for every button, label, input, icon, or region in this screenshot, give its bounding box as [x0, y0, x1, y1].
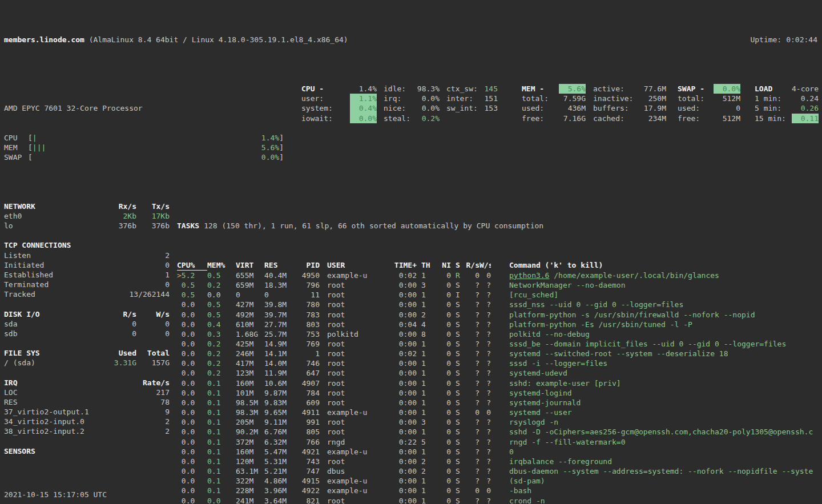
- cell-command: platform-python -Es /usr/sbin/tuned -l -…: [491, 320, 822, 329]
- cell-user: example-u: [320, 408, 388, 417]
- summary-stat: free:512M: [678, 114, 740, 123]
- cell-status: S: [451, 408, 464, 417]
- cell-mem: 0.1: [207, 388, 236, 398]
- cell-thr: 5: [417, 437, 430, 447]
- cell-mem: 0.1: [207, 437, 236, 447]
- gauge-percent: 5.6%: [261, 143, 279, 152]
- cell-mem: 0.1: [207, 457, 236, 466]
- item-label: sdb: [4, 329, 103, 338]
- cell-status: S: [451, 476, 464, 486]
- cell-thr: 3: [417, 280, 430, 290]
- cell-time: 0:00: [388, 300, 417, 309]
- summary-panel: AMD EPYC 7601 32-Core Processor CPU[|1.4…: [0, 84, 822, 162]
- cell-virt: 241M: [236, 496, 264, 504]
- item-value: 0: [103, 329, 136, 338]
- cell-status: S: [451, 320, 464, 329]
- cell-command: rngd -f --fill-watermark=0: [491, 437, 822, 447]
- cell-command: systemd --user: [491, 408, 822, 417]
- cell-ni: 0: [430, 368, 451, 378]
- hostname: members.linode.com: [4, 35, 84, 44]
- cell-write-rate: ?: [480, 290, 491, 300]
- cpu-value: 0.5: [182, 291, 195, 299]
- header-virt: VIRT: [236, 260, 264, 271]
- cell-mem: 0.1: [207, 427, 236, 437]
- process-row: 0.00.1101M9.87M784root0:0010S??systemd-l…: [177, 388, 822, 398]
- cell-thr: 2: [417, 457, 430, 466]
- cell-pid: 746: [299, 358, 320, 368]
- cpu-value: 0.0: [182, 389, 195, 397]
- selection-arrow: [177, 428, 182, 436]
- cell-time: 0:00: [388, 280, 417, 290]
- cell-res: 9.11M: [264, 417, 299, 427]
- cell-ni: 0: [430, 349, 451, 358]
- cell-status: S: [451, 300, 464, 309]
- cell-virt: 90.2M: [236, 427, 264, 437]
- cell-cpu: 0.0: [177, 378, 207, 388]
- section-title: DISK I/O: [4, 309, 103, 319]
- cell-res: 14.0M: [264, 358, 299, 368]
- cell-cpu: 0.0: [177, 427, 207, 437]
- summary-stat: iowait:0.0%: [301, 114, 377, 123]
- summary-stat: total:512M: [678, 94, 740, 103]
- cell-write-rate: ?: [480, 368, 491, 378]
- item-value: 1: [103, 270, 170, 280]
- item-label: Listen: [4, 251, 103, 260]
- gauge-bars: |||: [33, 143, 46, 152]
- cell-ni: 0: [430, 457, 451, 466]
- summary-stat: CPU -1.4%: [301, 84, 377, 94]
- cell-ni: 0: [430, 486, 451, 495]
- cell-res: 14.1M: [264, 349, 299, 358]
- cell-pid: 805: [299, 427, 320, 437]
- cell-read-rate: ?: [464, 310, 480, 320]
- summary-stat: 1 min:0.24: [755, 94, 819, 103]
- cell-status: S: [451, 466, 464, 476]
- header-ws: W/s: [480, 260, 491, 271]
- glances-terminal: members.linode.com (AlmaLinux 8.4 64bit …: [0, 0, 822, 504]
- cpu-value: 0.0: [182, 457, 195, 466]
- cell-user: root: [320, 388, 388, 398]
- cell-write-rate: ?: [480, 457, 491, 466]
- cell-status: S: [451, 437, 464, 447]
- cell-write-rate: ?: [480, 358, 491, 368]
- summary-stat: sw_int:153: [446, 103, 498, 113]
- selection-arrow: [177, 291, 182, 299]
- cell-pid: 4921: [299, 447, 320, 457]
- header-time: TIME+: [388, 260, 417, 271]
- cell-res: 9.83M: [264, 398, 299, 408]
- cell-res: 39.8M: [264, 300, 299, 309]
- item-label: 37_virtio2-output.1: [4, 407, 103, 417]
- gauge-label: MEM: [4, 143, 28, 152]
- cell-pid: 747: [299, 466, 320, 476]
- cpu-value: 0.0: [182, 398, 195, 407]
- cell-time: 0:02: [388, 271, 417, 280]
- cell-read-rate: ?: [464, 290, 480, 300]
- cell-thr: 1: [417, 447, 430, 457]
- cell-virt: 98.3M: [236, 408, 264, 417]
- selection-arrow: [177, 497, 182, 504]
- stat-label: inactive:: [593, 94, 633, 103]
- selection-arrow: [177, 467, 182, 475]
- cell-res: 11.9M: [264, 368, 299, 378]
- cell-virt: 610M: [236, 320, 264, 329]
- gauge-bar: 0.0%: [33, 152, 279, 162]
- cell-res: 9.87M: [264, 388, 299, 398]
- cell-status: S: [451, 378, 464, 388]
- cell-status: S: [451, 358, 464, 368]
- cell-time: 0:00: [388, 290, 417, 300]
- item-label: Initiated: [4, 260, 103, 270]
- cell-thr: 1: [417, 290, 430, 300]
- stat-label: iowait:: [301, 114, 333, 123]
- cell-cpu: 0.0: [177, 466, 207, 476]
- selection-arrow: [177, 408, 182, 417]
- cell-write-rate: ?: [480, 388, 491, 398]
- item-value: 217: [103, 388, 170, 397]
- sidebar-section-file-sys: FILE SYSUsedTotal: [4, 348, 170, 358]
- summary-stat: ctx_sw:145: [446, 84, 498, 94]
- cell-thr: 1: [417, 398, 430, 408]
- cell-ni: 0: [430, 290, 451, 300]
- cell-write-rate: ?: [480, 320, 491, 329]
- cell-virt: 659M: [236, 280, 264, 290]
- cell-user: root: [320, 457, 388, 466]
- cell-thr: 1: [417, 408, 430, 417]
- process-row: 0.00.1160M5.47M4921example-u0:0010S??0: [177, 447, 822, 457]
